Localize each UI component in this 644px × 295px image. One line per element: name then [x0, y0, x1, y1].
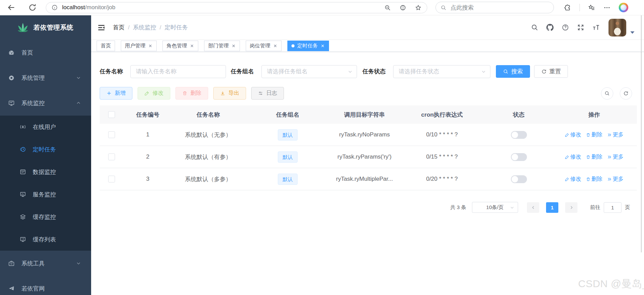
sidebar-item-online-users[interactable]: 在线用户 [0, 116, 91, 138]
tab-role-mgmt[interactable]: 角色管理 [162, 41, 198, 51]
page-size-select[interactable]: 10条/页 [472, 202, 518, 213]
prev-page-button[interactable] [527, 202, 539, 213]
sidebar-item-official-site[interactable]: 若依官网 [0, 276, 91, 295]
delete-button[interactable]: 删除 [175, 87, 208, 100]
breadcrumb-home[interactable]: 首页 [113, 24, 125, 31]
status-toggle[interactable] [511, 175, 527, 183]
sidebar-item-scheduled-tasks[interactable]: 定时任务 [0, 138, 91, 161]
reset-button[interactable]: 重置 [534, 65, 568, 78]
goto-page-input[interactable] [604, 202, 621, 213]
app-logo[interactable]: 若依管理系统 [0, 15, 91, 40]
cell-job-name: 系统默认（有参） [172, 153, 244, 161]
log-button[interactable]: 日志 [251, 87, 284, 100]
status-toggle[interactable] [511, 153, 527, 161]
tab-home[interactable]: 首页 [97, 41, 115, 51]
refresh-table-button[interactable] [620, 87, 632, 100]
extensions-icon[interactable] [564, 4, 571, 11]
row-delete-link[interactable]: 删除 [586, 153, 602, 161]
sidebar-submenu: 在线用户 定时任务 数据监控 服务监控 缓存监控 [0, 116, 91, 251]
active-tab-dot [291, 44, 295, 47]
row-more-link[interactable]: 更多 [607, 131, 624, 138]
edit-button[interactable]: 修改 [138, 87, 170, 100]
row-delete-link[interactable]: 删除 [586, 131, 602, 138]
favorite-star-icon[interactable] [415, 4, 421, 11]
header-search-icon[interactable] [531, 24, 538, 31]
sidebar-item-label: 系统监控 [22, 99, 45, 107]
sidebar-item-system-tools[interactable]: 系统工具 [0, 251, 91, 276]
sidebar-toggle-icon[interactable] [97, 24, 105, 32]
search-icon [441, 5, 446, 11]
browser-refresh-icon[interactable] [28, 3, 37, 12]
avatar-caret-icon[interactable] [630, 31, 634, 34]
paper-plane-icon [8, 285, 15, 292]
row-checkbox[interactable] [108, 153, 115, 160]
table-row: 1 系统默认（无参） 默认 ryTask.ryNoParams 0/10 * *… [100, 124, 637, 146]
row-delete-link[interactable]: 删除 [586, 176, 602, 183]
github-icon[interactable] [546, 24, 554, 31]
tab-post-mgmt[interactable]: 岗位管理 [246, 41, 282, 51]
tab-label: 首页 [101, 43, 111, 49]
sidebar-item-cache-monitor[interactable]: 缓存监控 [0, 206, 91, 228]
avatar[interactable] [609, 19, 626, 36]
tab-scheduled-tasks[interactable]: 定时任务 [287, 41, 329, 51]
double-arrow-icon [607, 177, 612, 181]
edit-icon [565, 177, 569, 181]
task-name-input[interactable] [130, 65, 226, 78]
toolbox-icon [8, 260, 15, 267]
settings-more-icon[interactable] [603, 4, 611, 11]
sidebar-item-label: 在线用户 [33, 123, 56, 131]
row-checkbox[interactable] [108, 131, 115, 138]
chevron-right-icon [569, 205, 574, 210]
address-bar[interactable]: localhost/monitor/job [46, 2, 427, 13]
sidebar-item-server-monitor[interactable]: 服务监控 [0, 183, 91, 206]
next-page-button[interactable] [565, 202, 577, 213]
breadcrumb-section: 系统监控 [133, 24, 156, 31]
tab-user-mgmt[interactable]: 用户管理 [121, 41, 157, 51]
export-button[interactable]: 导出 [213, 87, 246, 100]
tab-dept-mgmt[interactable]: 部门管理 [204, 41, 240, 51]
task-group-select[interactable]: 请选择任务组名 [261, 65, 357, 78]
sidebar-item-system-monitor[interactable]: 系统监控 [0, 90, 91, 116]
task-status-select[interactable]: 请选择任务状态 [393, 65, 490, 78]
row-edit-link[interactable]: 修改 [565, 153, 581, 161]
status-toggle[interactable] [511, 131, 527, 139]
favorites-bar-icon[interactable] [588, 4, 595, 11]
row-more-link[interactable]: 更多 [607, 176, 624, 183]
sidebar-item-system-mgmt[interactable]: 系统管理 [0, 65, 91, 90]
close-icon[interactable] [273, 44, 277, 48]
browser-essentials-icon[interactable] [400, 4, 406, 11]
sidebar-item-data-monitor[interactable]: 数据监控 [0, 161, 91, 183]
toggle-search-button[interactable] [601, 87, 613, 100]
row-more-link[interactable]: 更多 [607, 153, 624, 161]
filter-name-label: 任务名称 [100, 68, 123, 75]
log-icon [258, 91, 263, 96]
copilot-icon[interactable] [619, 3, 628, 12]
sidebar-item-home[interactable]: 首页 [0, 40, 91, 65]
close-icon[interactable] [320, 44, 325, 48]
close-icon[interactable] [231, 44, 236, 48]
quick-search-box[interactable]: 点此搜索 [435, 2, 554, 13]
row-edit-link[interactable]: 修改 [565, 176, 581, 183]
close-icon[interactable] [148, 44, 153, 48]
browser-back-icon[interactable] [7, 3, 16, 12]
goto-unit: 页 [625, 204, 630, 211]
help-icon[interactable] [562, 24, 569, 31]
select-all-checkbox[interactable] [108, 111, 115, 118]
add-button[interactable]: 新增 [100, 87, 132, 100]
cell-job-name: 系统默认（多参） [172, 175, 244, 183]
font-size-icon[interactable] [592, 24, 600, 31]
close-icon[interactable] [190, 44, 194, 48]
cell-cron: 0/15 * * * * ? [398, 153, 486, 160]
fullscreen-icon[interactable] [577, 24, 584, 31]
chevron-left-icon [531, 205, 535, 210]
zoom-out-icon[interactable] [384, 4, 391, 11]
cell-invoke-target: ryTask.ryParams('ry') [331, 153, 398, 160]
site-info-icon[interactable] [52, 4, 58, 11]
tags-view: 首页 用户管理 角色管理 部门管理 岗位管理 定时任务 [91, 40, 644, 52]
search-button[interactable]: 搜索 [496, 65, 530, 78]
row-edit-link[interactable]: 修改 [565, 131, 581, 138]
breadcrumb: 首页 / 系统监控 / 定时任务 [113, 24, 188, 31]
sidebar-item-cache-list[interactable]: 缓存列表 [0, 228, 91, 251]
current-page-button[interactable]: 1 [546, 202, 558, 213]
row-checkbox[interactable] [108, 176, 115, 182]
